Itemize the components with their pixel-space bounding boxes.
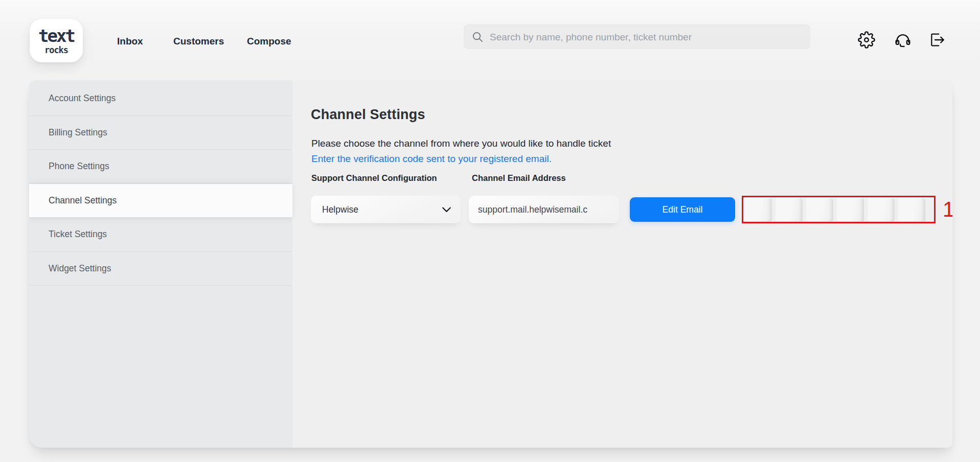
verification-code-box-2[interactable]: [776, 198, 803, 222]
settings-panel: Account Settings Billing Settings Phone …: [29, 80, 952, 448]
nav-item-customers[interactable]: Customers: [173, 36, 224, 47]
chevron-down-icon: [440, 203, 453, 217]
sidebar-item-account-settings[interactable]: Account Settings: [29, 82, 292, 116]
sidebar-item-phone-settings[interactable]: Phone Settings: [29, 150, 292, 184]
channel-settings-content: Channel Settings Please choose the chann…: [292, 80, 952, 448]
settings-sidebar: Account Settings Billing Settings Phone …: [29, 80, 292, 448]
verification-code-link[interactable]: Enter the verification code sent to your…: [311, 153, 552, 165]
logout-icon[interactable]: [928, 31, 946, 49]
page-title: Channel Settings: [311, 107, 425, 123]
channel-select-value: Helpwise: [322, 204, 440, 215]
channel-select[interactable]: Helpwise: [311, 196, 461, 223]
support-headset-icon[interactable]: [894, 31, 912, 49]
sidebar-item-widget-settings[interactable]: Widget Settings: [29, 252, 292, 286]
channel-email-field[interactable]: [469, 196, 619, 223]
verification-code-box-3[interactable]: [806, 198, 833, 222]
sidebar-item-billing-settings[interactable]: Billing Settings: [29, 116, 292, 150]
channel-controls-row: Helpwise Edit Email 10: [311, 196, 952, 223]
channel-description: Please choose the channel from where you…: [311, 138, 611, 149]
verification-code-box-5[interactable]: [868, 198, 895, 222]
verification-code-box-1[interactable]: [745, 198, 772, 222]
nav-item-inbox[interactable]: Inbox: [117, 36, 143, 47]
channel-email-input[interactable]: [478, 204, 616, 215]
search-input[interactable]: [490, 32, 802, 43]
brand-logo-text-line2: rocks: [44, 46, 68, 55]
global-search-bar[interactable]: [464, 25, 810, 50]
sidebar-item-channel-settings[interactable]: Channel Settings: [29, 184, 292, 218]
nav-item-compose[interactable]: Compose: [247, 36, 291, 47]
sidebar-item-ticket-settings[interactable]: Ticket Settings: [29, 218, 292, 252]
verification-code-box-4[interactable]: [837, 198, 864, 222]
edit-email-button[interactable]: Edit Email: [630, 197, 735, 222]
channel-email-address-label: Channel Email Address: [472, 173, 566, 183]
brand-logo-text-line1: text: [38, 27, 74, 44]
support-channel-configuration-label: Support Channel Configuration: [311, 173, 437, 183]
brand-logo[interactable]: text rocks: [30, 19, 83, 62]
settings-gear-icon[interactable]: [857, 31, 876, 49]
verification-code-box-6[interactable]: [898, 198, 925, 222]
annotation-id-label: 10: [943, 194, 952, 225]
search-icon: [472, 31, 484, 43]
annotation-bounding-box: [742, 196, 936, 223]
